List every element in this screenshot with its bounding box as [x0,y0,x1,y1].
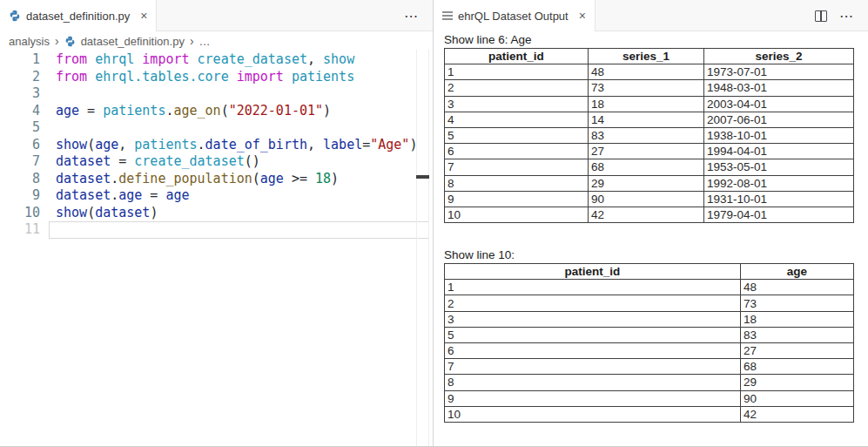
line-number: 1 [0,51,40,69]
table-cell: 1938-10-01 [704,127,854,143]
table-row: 4142007-06-01 [445,112,854,127]
editor-tab-actions: ⋯ [404,0,433,31]
close-icon[interactable]: × [579,10,586,22]
output-section-heading: Show line 10: [444,248,868,261]
table-cell: 1979-04-01 [704,207,854,222]
table-cell: 48 [741,280,854,295]
code-line[interactable]: 7dataset = create_dataset() [0,153,433,171]
table-cell: 3 [445,311,741,327]
table-cell: 18 [589,96,704,112]
table-cell: 1994-04-01 [704,144,854,159]
table-cell: 1 [445,280,741,295]
breadcrumb-item-file[interactable]: dataset_definition.py [81,35,185,48]
line-number: 8 [0,171,40,188]
table-cell: 1 [445,64,589,80]
output-pane: ehrQL Dataset Output × ⋯ Show line 6: Ag… [434,0,868,446]
line-number: 9 [0,187,40,205]
table-cell: 27 [741,343,854,359]
code-line[interactable]: 9dataset.age = age [0,187,433,205]
python-icon [9,10,21,22]
tab-label: dataset_definition.py [26,10,130,23]
column-header: age [741,264,854,280]
output-tab-actions: ⋯ [815,0,868,31]
line-number: 6 [0,137,40,154]
table-cell: 73 [741,295,854,311]
table-cell: 4 [445,112,589,127]
breadcrumb-item-symbol[interactable]: … [199,35,211,48]
table-cell: 6 [445,144,589,159]
table-cell: 2007-06-01 [704,112,854,127]
split-editor-icon[interactable] [815,10,827,22]
table-cell: 42 [589,207,704,222]
table-cell: 6 [445,343,741,359]
chevron-right-icon: › [55,34,59,48]
output-tabbar: ehrQL Dataset Output × ⋯ [434,0,868,31]
more-actions-icon[interactable]: ⋯ [404,8,419,24]
close-icon[interactable]: × [140,10,147,22]
table-row: 318 [445,311,854,327]
code-line[interactable]: 1from ehrql import create_dataset, show [0,51,433,69]
code-text: dataset.define_population(age >= 18) [40,171,339,188]
table-cell: 1953-05-01 [704,159,854,175]
table-cell: 10 [445,406,741,422]
table-cell: 3 [445,96,589,112]
table-cell: 14 [589,112,704,127]
chevron-right-icon: › [190,34,194,48]
editor-pane: dataset_definition.py × ⋯ analysis › dat… [0,0,433,446]
table-row: 1042 [445,406,854,422]
table-cell: 1931-10-01 [704,191,854,207]
editor-scrollbar[interactable] [416,50,429,446]
code-line[interactable]: 8dataset.define_population(age >= 18) [0,171,433,188]
table-row: 273 [445,295,854,311]
table-cell: 1973-07-01 [704,64,854,80]
line-number: 3 [0,85,40,103]
code-text [40,119,56,137]
output-table: patient_idage148273318583627768829990104… [444,263,854,423]
python-icon [64,36,76,47]
tab-ehrql-dataset-output[interactable]: ehrQL Dataset Output × [434,0,595,31]
table-row: 9901931-10-01 [445,191,854,207]
code-text: age = patients.age_on("2022-01-01") [40,103,331,120]
table-row: 5831938-10-01 [445,127,854,143]
output-list-icon [442,10,453,22]
code-editor[interactable]: 1from ehrql import create_dataset, show2… [0,51,433,446]
table-cell: 68 [741,359,854,375]
code-text: from ehrql.tables.core import patients [40,69,354,86]
code-text: show(dataset) [40,205,158,222]
tab-dataset-definition[interactable]: dataset_definition.py × [0,0,157,31]
table-cell: 42 [741,406,854,422]
code-line[interactable]: 4age = patients.age_on("2022-01-01") [0,103,433,120]
table-cell: 8 [445,175,589,191]
column-header: patient_id [445,264,741,280]
breadcrumb-item-folder[interactable]: analysis [9,35,50,48]
table-row: 3182003-04-01 [445,96,854,112]
column-header: series_1 [589,49,704,64]
line-number: 7 [0,153,40,171]
code-line[interactable]: 10show(dataset) [0,205,433,222]
code-line[interactable]: 11 [0,221,433,239]
table-row: 7681953-05-01 [445,159,854,175]
table-row: 148 [445,280,854,295]
code-line[interactable]: 5 [0,119,433,137]
table-cell: 18 [741,311,854,327]
table-cell: 10 [445,207,589,222]
code-line[interactable]: 2from ehrql.tables.core import patients [0,69,433,86]
table-cell: 68 [589,159,704,175]
table-cell: 7 [445,159,589,175]
code-line[interactable]: 3 [0,85,433,103]
more-actions-icon[interactable]: ⋯ [839,8,854,24]
table-row: 10421979-04-01 [445,207,854,222]
table-cell: 83 [741,327,854,342]
code-text: from ehrql import create_dataset, show [40,51,354,69]
overview-cursor-marker [416,175,429,179]
code-line[interactable]: 6show(age, patients.date_of_birth, label… [0,137,433,154]
table-row: 990 [445,390,854,406]
output-section: Show line 6: Agepatient_idseries_1series… [444,33,868,223]
table-row: 627 [445,343,854,359]
column-header: series_2 [704,49,854,64]
code-text [40,221,56,239]
table-row: 1481973-07-01 [445,64,854,80]
table-row: 583 [445,327,854,342]
line-number: 4 [0,103,40,120]
table-row: 829 [445,375,854,390]
